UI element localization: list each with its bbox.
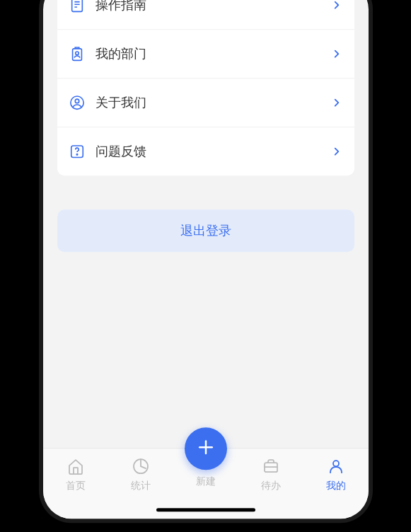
home-icon <box>66 457 85 475</box>
fab-button[interactable] <box>185 427 227 470</box>
chevron-right-icon <box>330 145 343 158</box>
chevron-right-icon <box>330 47 343 60</box>
tab-todo[interactable]: 待办 <box>238 457 303 492</box>
chevron-right-icon <box>330 96 343 109</box>
svg-point-9 <box>76 154 77 155</box>
home-indicator <box>156 508 255 511</box>
tab-create[interactable]: 新建 <box>173 457 238 488</box>
svg-point-7 <box>75 99 79 103</box>
badge-icon <box>69 45 86 62</box>
menu-item-department[interactable]: 我的部门 <box>57 30 354 79</box>
tab-label: 我的 <box>326 480 346 492</box>
chart-icon <box>132 457 150 475</box>
tab-label: 首页 <box>66 480 86 492</box>
user-circle-icon <box>69 94 86 111</box>
question-icon <box>69 143 86 160</box>
logout-label: 退出登录 <box>180 224 231 238</box>
content-area: 操作指南 我的部门 <box>43 0 369 252</box>
menu-item-guide[interactable]: 操作指南 <box>57 0 354 30</box>
menu-list: 操作指南 我的部门 <box>57 0 354 175</box>
svg-point-15 <box>333 461 339 466</box>
logout-button[interactable]: 退出登录 <box>57 209 354 252</box>
menu-item-label: 操作指南 <box>95 0 330 13</box>
menu-item-about[interactable]: 关于我们 <box>57 79 354 127</box>
person-icon <box>327 457 345 475</box>
tab-label: 新建 <box>196 475 216 488</box>
menu-item-label: 关于我们 <box>95 94 330 111</box>
menu-item-feedback[interactable]: 问题反馈 <box>57 127 354 175</box>
svg-point-5 <box>75 52 79 55</box>
tab-label: 统计 <box>131 480 151 492</box>
tab-label: 待办 <box>261 480 281 492</box>
plus-icon <box>195 436 216 461</box>
document-icon <box>69 0 86 13</box>
chevron-right-icon <box>330 0 343 11</box>
briefcase-icon <box>262 457 280 475</box>
tab-stats[interactable]: 统计 <box>108 457 173 492</box>
menu-item-label: 问题反馈 <box>95 143 330 160</box>
tab-mine[interactable]: 我的 <box>303 457 369 492</box>
menu-item-label: 我的部门 <box>95 45 330 62</box>
tab-home[interactable]: 首页 <box>43 457 108 492</box>
phone-screen: 操作指南 我的部门 <box>43 0 369 519</box>
